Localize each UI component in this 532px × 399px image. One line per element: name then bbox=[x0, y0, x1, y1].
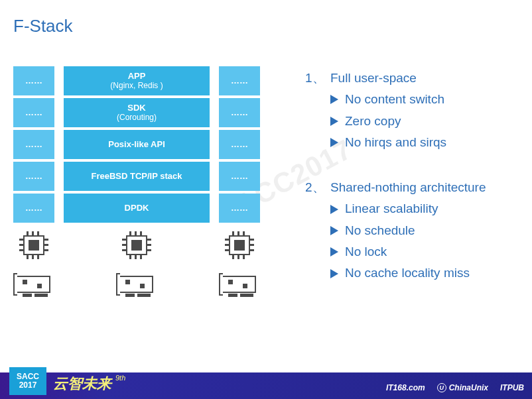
nic-icon-row bbox=[64, 268, 210, 297]
stack-column-left: …… …… …… …… …… bbox=[13, 66, 54, 297]
bullet-text: No content switch bbox=[345, 89, 444, 110]
heading-2-text: Shared-nothing architecture bbox=[330, 177, 486, 198]
diagram-area: …… …… …… …… …… bbox=[13, 66, 260, 297]
sponsor-chinaunix: U ChinaUnix bbox=[437, 383, 488, 392]
nic-icon bbox=[116, 272, 157, 297]
bullet-area: 1、 Full user-space No content switch Zer… bbox=[305, 66, 531, 284]
box-sdk-sub: (Corouting) bbox=[117, 113, 157, 123]
bullet-text: Linear scalability bbox=[345, 198, 438, 219]
heading-1-num: 1、 bbox=[305, 68, 330, 89]
box-placeholder: …… bbox=[219, 66, 260, 95]
bullet-item: No content switch bbox=[330, 89, 531, 110]
footer-bar: SACC 2017 云智未来 9th IT168.com U ChinaUnix… bbox=[0, 372, 532, 399]
box-app-sub: (Nginx, Redis ) bbox=[110, 82, 163, 91]
box-placeholder: …… bbox=[219, 98, 260, 127]
bullet-text: No lock bbox=[345, 241, 387, 262]
heading-1-text: Full user-space bbox=[330, 68, 417, 89]
footer-ninth: 9th bbox=[115, 374, 125, 382]
cpu-icon-row bbox=[13, 231, 54, 260]
bullet-item: No cache locality miss bbox=[330, 262, 531, 284]
triangle-icon bbox=[330, 117, 338, 126]
triangle-icon bbox=[330, 95, 338, 104]
box-placeholder: …… bbox=[13, 130, 54, 159]
slide: F-Stack SACC2017 …… …… …… …… …… bbox=[0, 0, 532, 399]
box-placeholder: …… bbox=[13, 194, 54, 223]
box-placeholder: …… bbox=[13, 98, 54, 127]
box-placeholder: …… bbox=[13, 66, 54, 95]
box-freebsd: FreeBSD TCP/IP stack bbox=[64, 162, 210, 191]
bullet-item: Linear scalability bbox=[330, 198, 531, 219]
box-placeholder: …… bbox=[13, 162, 54, 191]
triangle-icon bbox=[330, 226, 338, 235]
slide-title: F-Stack bbox=[13, 16, 73, 36]
nic-icon bbox=[13, 272, 54, 297]
bullet-text: No cache locality miss bbox=[345, 262, 470, 284]
bullet-text: No hirqs and sirqs bbox=[345, 132, 446, 153]
heading-1: 1、 Full user-space bbox=[305, 68, 531, 89]
chinaunix-icon: U bbox=[437, 383, 446, 392]
box-posix: Posix-like API bbox=[64, 130, 210, 159]
cpu-icon-row bbox=[64, 231, 210, 260]
box-sdk: SDK (Corouting) bbox=[64, 98, 210, 127]
box-app: APP (Nginx, Redis ) bbox=[64, 66, 210, 95]
chinaunix-text: ChinaUnix bbox=[449, 383, 488, 392]
nic-icon-row bbox=[219, 268, 260, 297]
box-app-title: APP bbox=[128, 72, 146, 82]
heading-2: 2、 Shared-nothing architecture bbox=[305, 177, 531, 198]
cpu-icon bbox=[223, 231, 256, 260]
bullet-item: No lock bbox=[330, 241, 531, 262]
sponsor-itpub: ITPUB bbox=[500, 383, 524, 392]
triangle-icon bbox=[330, 205, 338, 214]
cpu-icon-row bbox=[219, 231, 260, 260]
box-dpdk: DPDK bbox=[64, 194, 210, 223]
sponsor-list: IT168.com U ChinaUnix ITPUB bbox=[386, 383, 524, 392]
sacc-badge: SACC 2017 bbox=[9, 367, 46, 395]
sponsor-it168: IT168.com bbox=[386, 383, 425, 392]
bullet-item: No schedule bbox=[330, 220, 531, 241]
box-placeholder: …… bbox=[219, 162, 260, 191]
footer-cn-title: 云智未来 bbox=[53, 374, 111, 394]
cpu-icon bbox=[120, 231, 153, 260]
bullet-text: Zero copy bbox=[345, 111, 401, 132]
bullet-item: Zero copy bbox=[330, 111, 531, 132]
triangle-icon bbox=[330, 269, 338, 278]
heading-2-num: 2、 bbox=[305, 177, 330, 198]
bullet-item: No hirqs and sirqs bbox=[330, 132, 531, 153]
nic-icon-row bbox=[13, 268, 54, 297]
cpu-icon bbox=[17, 231, 50, 260]
stack-column-right: …… …… …… …… …… bbox=[219, 66, 260, 297]
sacc-year: 2017 bbox=[19, 381, 37, 390]
triangle-icon bbox=[330, 138, 338, 147]
stack-column-main: APP (Nginx, Redis ) SDK (Corouting) Posi… bbox=[64, 66, 210, 297]
box-placeholder: …… bbox=[219, 194, 260, 223]
nic-icon bbox=[219, 272, 260, 297]
bullet-text: No schedule bbox=[345, 220, 415, 241]
box-placeholder: …… bbox=[219, 130, 260, 159]
box-sdk-title: SDK bbox=[127, 103, 145, 113]
triangle-icon bbox=[330, 247, 338, 256]
